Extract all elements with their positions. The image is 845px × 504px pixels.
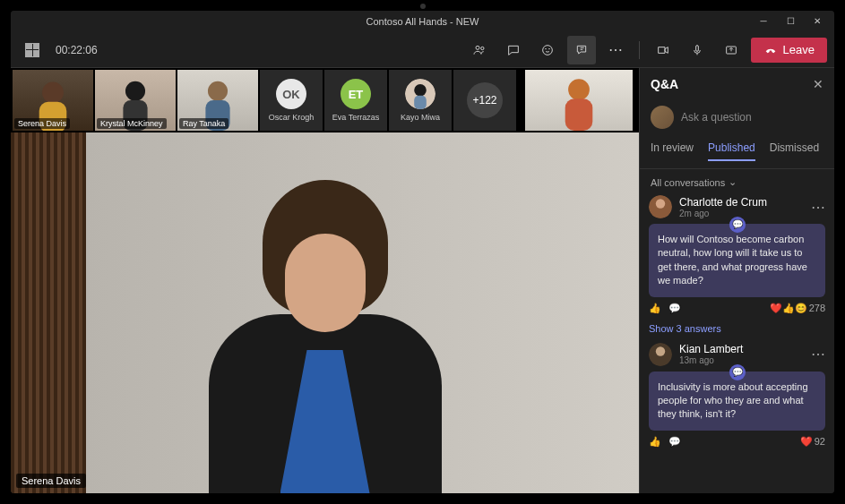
avatar-initials: ET	[341, 79, 371, 109]
chat-icon	[506, 43, 521, 57]
participant-tile[interactable]: OK Oscar Krogh	[260, 70, 323, 131]
show-answers-link[interactable]: Show 3 answers	[649, 323, 825, 334]
svg-point-2	[542, 45, 552, 55]
svg-point-9	[125, 81, 145, 101]
self-avatar	[651, 106, 674, 129]
reaction-count: 278	[809, 303, 825, 313]
spotlight-video	[525, 70, 633, 131]
svg-point-4	[548, 48, 549, 49]
titlebar: Contoso All Hands - NEW ─ ☐ ✕	[11, 11, 834, 32]
mic-icon	[690, 43, 704, 57]
participant-label: Oscar Krogh	[269, 113, 315, 122]
question-time: 2m ago	[679, 209, 767, 218]
tab-in-review[interactable]: In review	[651, 141, 694, 161]
upvote-button[interactable]: 👍	[649, 303, 661, 314]
avatar-initials: OK	[276, 79, 306, 109]
share-button[interactable]	[717, 36, 746, 64]
reaction-count: 92	[815, 436, 825, 447]
overflow-count: +122	[467, 82, 503, 118]
participant-label: Serena Davis	[14, 118, 70, 129]
author-name: Charlotte de Crum	[679, 196, 767, 209]
people-icon	[472, 43, 487, 57]
svg-rect-17	[565, 98, 593, 131]
question-bubble: 💬 How will Contoso become carbon neutral…	[649, 224, 825, 297]
question-more-button[interactable]: ⋯	[811, 346, 825, 363]
participant-label: Ray Tanaka	[179, 118, 228, 129]
question-bubble: 💬 Inclusivity is more about accepting pe…	[649, 372, 825, 431]
author-avatar	[649, 343, 672, 366]
participant-label: Kayo Miwa	[401, 113, 440, 122]
reactions-button[interactable]	[533, 36, 562, 64]
reaction-badges[interactable]: ❤️	[800, 436, 813, 448]
svg-rect-15	[414, 96, 427, 109]
svg-point-16	[568, 79, 590, 100]
speaker-video	[173, 189, 478, 493]
svg-point-0	[476, 46, 479, 49]
participant-tile[interactable]: Kayo Miwa	[389, 70, 452, 131]
participant-tile[interactable]: Ray Tanaka	[177, 70, 258, 131]
qa-icon	[574, 43, 589, 57]
qa-badge-icon: 💬	[729, 217, 746, 233]
qa-tabs: In review Published Dismissed	[640, 134, 834, 169]
qa-filter[interactable]: All conversations ⌄	[640, 169, 834, 195]
question-text: How will Contoso become carbon neutral, …	[658, 234, 807, 286]
participant-label: Krystal McKinney	[97, 118, 167, 129]
author-name: Kian Lambert	[679, 343, 743, 355]
svg-point-21	[656, 346, 665, 355]
participant-tile[interactable]: Krystal McKinney	[95, 70, 176, 131]
question-more-button[interactable]: ⋯	[811, 199, 825, 216]
stage-speaker-label: Serena Davis	[16, 474, 86, 488]
leave-button[interactable]: Leave	[751, 38, 827, 63]
svg-point-1	[480, 47, 483, 49]
comment-button[interactable]: 💬	[668, 436, 681, 448]
people-button[interactable]	[465, 36, 494, 64]
participant-label: Eva Terrazas	[332, 113, 379, 122]
participant-tile[interactable]: ET Eva Terrazas	[324, 70, 387, 131]
minimize-button[interactable]: ─	[754, 11, 773, 30]
window-title: Contoso All Hands - NEW	[366, 16, 479, 27]
more-button[interactable]: ⋯	[601, 36, 630, 64]
close-window-button[interactable]: ✕	[807, 11, 827, 30]
qa-badge-icon: 💬	[729, 364, 746, 380]
qa-close-button[interactable]: ✕	[813, 77, 823, 91]
svg-rect-5	[695, 45, 698, 51]
author-avatar	[649, 195, 672, 218]
tab-published[interactable]: Published	[708, 141, 755, 161]
question-text: Inclusivity is more about accepting peop…	[658, 381, 808, 420]
spotlight-tile[interactable]	[525, 70, 633, 131]
tab-dismissed[interactable]: Dismissed	[770, 141, 819, 161]
meeting-toolbar: 00:22:06 ⋯ Leave	[11, 32, 834, 68]
more-icon: ⋯	[608, 41, 623, 58]
mic-button[interactable]	[683, 36, 711, 64]
qa-button[interactable]	[567, 36, 596, 64]
gallery-view-button[interactable]	[18, 36, 47, 64]
leave-label: Leave	[783, 43, 815, 56]
reaction-badges[interactable]: ❤️👍😊	[770, 303, 807, 314]
svg-point-11	[208, 81, 228, 101]
qa-item: Kian Lambert 13m ago ⋯ 💬 Inclusivity is …	[649, 343, 825, 453]
meeting-timer: 00:22:06	[56, 44, 98, 56]
reactions-icon	[540, 43, 555, 57]
upvote-button[interactable]: 👍	[649, 436, 661, 448]
participant-tile[interactable]: Serena Davis	[13, 70, 93, 131]
participant-strip: Serena Davis Krystal McKinney Ray Tanaka…	[11, 68, 639, 132]
participant-overflow[interactable]: +122	[453, 70, 516, 131]
avatar-image	[405, 79, 435, 109]
qa-item: Charlotte de Crum 2m ago ⋯ 💬 How will Co…	[649, 195, 825, 334]
qa-panel: Q&A ✕ Ask a question In review Published…	[639, 68, 834, 493]
maximize-button[interactable]: ☐	[780, 11, 800, 30]
ask-question-input[interactable]: Ask a question	[681, 111, 752, 124]
svg-point-7	[42, 82, 64, 104]
qa-title: Q&A	[651, 77, 678, 91]
camera-icon	[656, 43, 670, 57]
ask-question-row[interactable]: Ask a question	[640, 100, 834, 134]
share-icon	[724, 43, 738, 57]
hangup-icon	[763, 43, 778, 57]
grid-icon	[25, 43, 39, 57]
chat-button[interactable]	[499, 36, 528, 64]
qa-filter-label: All conversations	[651, 177, 725, 188]
chevron-down-icon: ⌄	[729, 176, 737, 188]
camera-button[interactable]	[649, 36, 677, 64]
comment-button[interactable]: 💬	[668, 303, 681, 314]
main-stage: Serena Davis	[11, 132, 639, 493]
